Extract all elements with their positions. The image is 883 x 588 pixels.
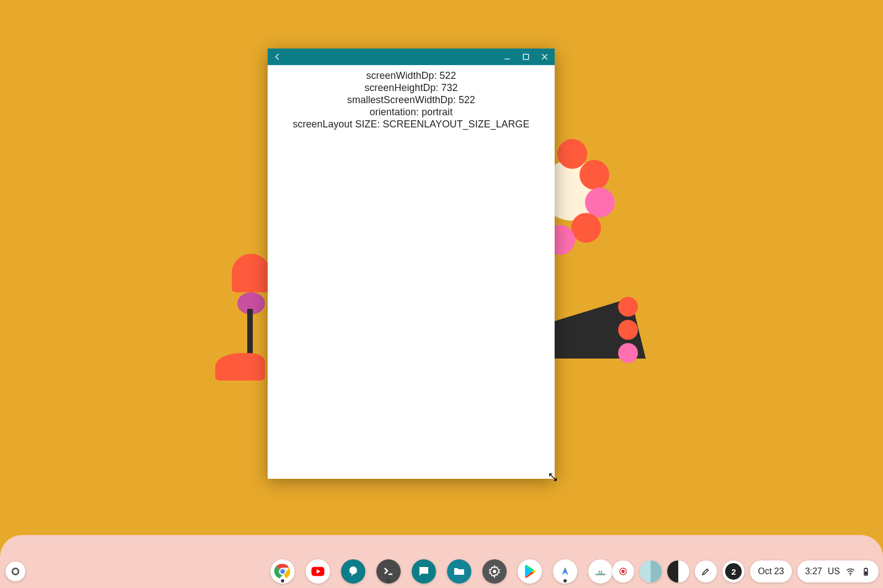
back-button[interactable] — [272, 51, 283, 62]
svg-rect-9 — [595, 574, 605, 575]
svg-rect-0 — [523, 54, 528, 59]
app-youtube[interactable] — [306, 559, 330, 584]
maximize-button[interactable] — [520, 51, 531, 62]
config-value: 732 — [442, 82, 458, 93]
config-label: screenWidthDp — [366, 70, 434, 81]
config-row: smallestScreenWidthDp: 522 — [276, 94, 546, 106]
config-row: orientation: portrait — [276, 106, 546, 118]
do-not-disturb-icon[interactable] — [667, 560, 689, 582]
config-label: screenHeightDp — [365, 82, 436, 93]
keyboard-layout: US — [828, 566, 840, 576]
app-android-studio[interactable] — [553, 559, 577, 584]
app-messages[interactable] — [412, 559, 436, 584]
android-app-window: screenWidthDp: 522 screenHeightDp: 732 s… — [268, 49, 555, 479]
svg-rect-16 — [865, 568, 867, 569]
resize-handle[interactable] — [548, 472, 558, 482]
running-indicator-icon — [281, 579, 284, 582]
status-date: Oct 23 — [758, 566, 784, 576]
config-value: 522 — [439, 70, 456, 81]
window-content: screenWidthDp: 522 screenHeightDp: 732 s… — [268, 65, 555, 130]
battery-icon — [861, 566, 871, 576]
notification-count: 2 — [725, 563, 742, 580]
wallpaper-dot — [618, 320, 638, 340]
wallpaper-petal — [571, 213, 601, 243]
app-chrome[interactable] — [270, 559, 295, 584]
config-value: 522 — [459, 94, 475, 105]
date-pill[interactable]: Oct 23 — [750, 560, 791, 582]
app-emulator[interactable] — [588, 559, 613, 584]
config-row: screenWidthDp: 522 — [276, 70, 546, 82]
app-chat[interactable] — [341, 559, 365, 584]
app-settings[interactable] — [482, 559, 507, 584]
stylus-tools-icon[interactable] — [695, 560, 717, 582]
config-label: screenLayout SIZE — [293, 119, 377, 130]
close-button[interactable] — [539, 51, 550, 62]
notification-badge[interactable]: 2 — [722, 560, 744, 582]
svg-point-8 — [564, 569, 566, 570]
svg-point-13 — [621, 570, 625, 573]
minimize-button[interactable] — [502, 51, 513, 62]
running-app-thumb[interactable] — [640, 560, 662, 582]
wallpaper-fox — [215, 353, 265, 381]
config-value: portrait — [422, 106, 453, 117]
running-indicator-icon — [387, 579, 390, 582]
config-label: smallestScreenWidthDp — [347, 94, 453, 105]
app-files[interactable] — [447, 559, 471, 584]
running-indicator-icon — [563, 579, 567, 582]
app-play-store[interactable] — [518, 559, 542, 584]
screen-record-icon[interactable] — [612, 560, 634, 582]
svg-point-3 — [280, 569, 285, 574]
svg-point-6 — [493, 570, 496, 573]
config-label: orientation — [370, 106, 416, 117]
status-area: 2 Oct 23 3:27 US — [612, 560, 879, 582]
wallpaper-petal — [579, 160, 609, 190]
config-row: screenHeightDp: 732 — [276, 82, 546, 94]
config-row: screenLayout SIZE: SCREENLAYOUT_SIZE_LAR… — [276, 118, 546, 130]
wallpaper-dot — [618, 343, 638, 363]
svg-rect-17 — [865, 571, 867, 575]
status-time: 3:27 — [805, 566, 822, 576]
system-tray[interactable]: 3:27 US — [797, 560, 879, 582]
svg-point-10 — [599, 571, 600, 572]
desktop-wallpaper: screenWidthDp: 522 screenHeightDp: 732 s… — [0, 0, 883, 588]
wallpaper-thistle — [232, 254, 270, 292]
svg-point-11 — [601, 571, 602, 572]
wifi-icon — [845, 566, 855, 576]
config-value: SCREENLAYOUT_SIZE_LARGE — [383, 119, 530, 130]
wallpaper-petal — [557, 139, 587, 169]
svg-point-14 — [850, 574, 851, 575]
wallpaper-dot — [618, 297, 638, 317]
app-terminal[interactable] — [376, 559, 401, 584]
window-titlebar[interactable] — [268, 49, 555, 65]
svg-point-5 — [349, 566, 357, 574]
